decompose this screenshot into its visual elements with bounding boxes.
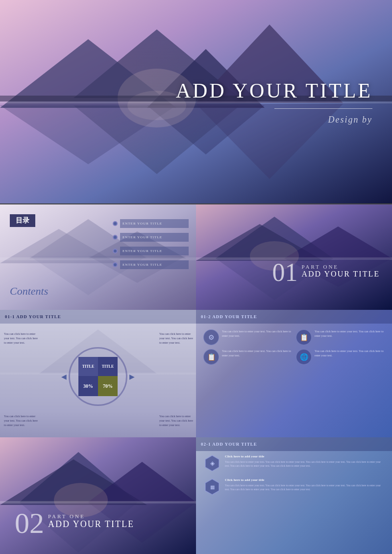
slide-hero: ADD YOUR TITLE Design by [0, 0, 392, 203]
inner-grid: TITLE TITLE 30% 70% [78, 357, 118, 396]
contents-item-2: ENTER YOUR TITLE [113, 233, 189, 242]
cell-percent-2: 70% [98, 376, 118, 396]
dot-3 [113, 249, 118, 253]
hex-icon-1: ◈ [203, 454, 221, 472]
slide-part-one: 01 PART ONE ADD YOUR TITLE [196, 204, 392, 310]
icon-item-2: 📋 You can click here to enter your text.… [296, 329, 385, 345]
icon-doc-2: 📋 [203, 349, 219, 365]
contents-item-1: ENTER YOUR TITLE [113, 219, 189, 228]
dot-1 [113, 221, 118, 226]
content-row-2: ▦ Click here to add your title You can c… [203, 478, 385, 496]
content-text-2: Click here to add your title You can cli… [225, 478, 385, 492]
slide-3a-header: 01-1 ADD YOUR TITLE [0, 310, 196, 324]
dot-2 [113, 235, 118, 240]
content-text-1: Click here to add your title You can cli… [225, 454, 385, 468]
content-row-1: ◈ Click here to add your title You can c… [203, 454, 385, 472]
part-two-label: PART ONE [48, 513, 134, 519]
title-bar-1: ENTER YOUR TITLE [120, 219, 189, 228]
cell-title-2: TITLE [98, 357, 118, 376]
title-bar-3: ENTER YOUR TITLE [120, 247, 189, 255]
slide-part-two: 02 PART ONE ADD YOUR TITLE [0, 437, 196, 554]
cell-title-1: TITLE [78, 357, 98, 376]
slide-row-4: 02 PART ONE ADD YOUR TITLE 02-1 ADD YOUR… [0, 436, 392, 554]
slide-diagram: 01-1 ADD YOUR TITLE You can click here t… [0, 310, 196, 437]
arrow-left-icon: ◀ [61, 373, 67, 381]
part-two-title: ADD YOUR TITLE [48, 519, 134, 529]
slide-subtitle: Design by [176, 115, 372, 125]
icon-gear: ⚙ [203, 329, 219, 345]
part-text: PART ONE ADD YOUR TITLE [301, 260, 380, 278]
title-bar-2: ENTER YOUR TITLE [120, 233, 189, 242]
slide-3a-header-text: 01-1 ADD YOUR TITLE [5, 314, 61, 319]
arrow-right-icon: ▶ [129, 373, 135, 381]
contents-items: ENTER YOUR TITLE ENTER YOUR TITLE ENTER … [113, 219, 189, 269]
diagram-text-right-bottom: You can click here to enter your text. Y… [159, 414, 194, 428]
cell-percent-1: 30% [78, 376, 98, 396]
slide-3b-header-text: 01-2 ADD YOUR TITLE [201, 314, 257, 319]
slide-title: ADD YOUR TITLE [176, 79, 372, 102]
slide-1-content: ADD YOUR TITLE Design by [176, 79, 372, 125]
contents-label-en: Contents [10, 285, 48, 298]
slide-row-2: 目录 ENTER YOUR TITLE ENTER YOUR TITLE ENT… [0, 203, 392, 309]
part-label: PART ONE [301, 264, 380, 270]
diagram-center: ◀ ▶ TITLE TITLE 30% 70% [69, 347, 127, 406]
part-number: 01 [272, 260, 297, 285]
icon-grid: ⚙ You can click here to enter your text.… [203, 329, 385, 365]
hex-icon-2: ▦ [203, 478, 221, 496]
content-title-2: Click here to add your title [225, 478, 385, 482]
circle-ring: ◀ ▶ TITLE TITLE 30% 70% [69, 347, 127, 406]
slide-4b-header: 02-1 ADD YOUR TITLE [196, 437, 392, 451]
icon-text-1: You can click here to enter your text. Y… [222, 329, 292, 338]
svg-text:▦: ▦ [210, 484, 215, 490]
icon-text-3: You can click here to enter your text. Y… [222, 349, 292, 358]
contents-label-zh: 目录 [10, 214, 35, 227]
icon-globe: 🌐 [296, 349, 312, 365]
part-one-content: 01 PART ONE ADD YOUR TITLE [272, 260, 380, 285]
dot-4 [113, 262, 118, 267]
icon-item-4: 🌐 You can click here to enter your text.… [296, 349, 385, 365]
diagram-text-left-bottom: You can click here to enter your text. Y… [4, 414, 38, 428]
diagram-text-left-top: You can click here to enter your text. Y… [4, 332, 38, 345]
icon-item-3: 📋 You can click here to enter your text.… [203, 349, 292, 365]
icon-item-1: ⚙ You can click here to enter your text.… [203, 329, 292, 345]
svg-text:◈: ◈ [210, 460, 215, 467]
title-divider [274, 108, 372, 109]
part-two-text: PART ONE ADD YOUR TITLE [48, 508, 134, 529]
diagram-text-right-top: You can click here to enter your text. Y… [159, 332, 194, 345]
title-bar-4: ENTER YOUR TITLE [120, 260, 189, 269]
contents-item-4: ENTER YOUR TITLE [113, 260, 189, 269]
contents-item-3: ENTER YOUR TITLE [113, 247, 189, 255]
icon-text-2: You can click here to enter your text. Y… [315, 329, 385, 338]
slide-3b-header: 01-2 ADD YOUR TITLE [196, 310, 392, 324]
content-block: ◈ Click here to add your title You can c… [203, 454, 385, 502]
content-body-2: You can click here to enter your text. Y… [225, 483, 385, 492]
slide-row-3: 01-1 ADD YOUR TITLE You can click here t… [0, 309, 392, 436]
icon-doc-1: 📋 [296, 329, 312, 345]
content-body-1: You can click here to enter your text. Y… [225, 460, 385, 468]
slide-4b-header-text: 02-1 ADD YOUR TITLE [201, 442, 257, 447]
slide-icons: 01-2 ADD YOUR TITLE ⚙ You can click here… [196, 310, 392, 437]
part-two-number: 02 [15, 508, 44, 538]
content-title-1: Click here to add your title [225, 454, 385, 458]
icon-text-4: You can click here to enter your text. Y… [315, 349, 385, 358]
slide-contents: 目录 ENTER YOUR TITLE ENTER YOUR TITLE ENT… [0, 204, 196, 310]
part-title: ADD YOUR TITLE [301, 270, 380, 278]
slide-content-blocks: 02-1 ADD YOUR TITLE ◈ Click here to add … [196, 437, 392, 554]
part-two-content: 02 PART ONE ADD YOUR TITLE [15, 508, 134, 538]
